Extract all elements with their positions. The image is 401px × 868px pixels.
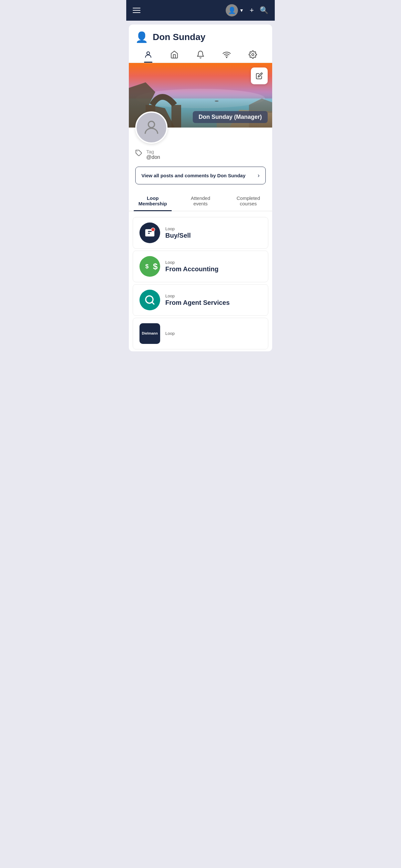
svg-point-12 xyxy=(148,121,154,128)
nav-avatar: 👤 xyxy=(226,4,238,17)
view-all-text: View all posts and comments by Don Sunda… xyxy=(142,173,245,178)
tab-attended-events[interactable]: Attendedevents xyxy=(177,191,224,211)
profile-tabs xyxy=(129,46,272,63)
svg-point-1 xyxy=(226,57,227,58)
chevron-down-icon: ▼ xyxy=(239,8,244,13)
tab-completed-courses[interactable]: Completedcourses xyxy=(224,191,272,211)
chevron-right-icon: › xyxy=(258,172,259,179)
loop-category: Loop xyxy=(165,260,219,265)
main-profile-card: 👤 Don Sunday xyxy=(129,25,272,351)
tab-profile[interactable] xyxy=(144,51,152,63)
hamburger-menu[interactable] xyxy=(133,8,141,13)
section-tabs: LoopMembership Attendedevents Completedc… xyxy=(129,191,272,211)
svg-point-11 xyxy=(215,100,219,102)
tab-settings[interactable] xyxy=(249,51,257,63)
loop-item[interactable]: $ $ Loop From Accounting xyxy=(133,251,268,282)
loop-list: Loop Buy/Sell $ $ Loop From Accounting L… xyxy=(129,213,272,349)
edit-banner-button[interactable] xyxy=(251,67,268,84)
loop-item[interactable]: Loop From Agent Services xyxy=(133,284,268,316)
tab-home[interactable] xyxy=(170,51,179,63)
tag-icon xyxy=(135,150,143,159)
tag-label: Tag xyxy=(146,149,160,154)
loop-icon-dielmann: Dielmann xyxy=(140,323,160,344)
top-navigation: 👤 ▼ + 🔍 xyxy=(126,0,275,21)
loop-name: Buy/Sell xyxy=(165,232,191,239)
profile-person-icon: 👤 xyxy=(135,31,148,43)
svg-point-0 xyxy=(147,52,150,55)
loop-name: From Accounting xyxy=(165,266,219,273)
loop-icon-agent xyxy=(140,290,160,310)
loop-item[interactable]: Dielmann Loop xyxy=(133,318,268,349)
loop-item[interactable]: Loop Buy/Sell xyxy=(133,217,268,249)
svg-line-18 xyxy=(152,302,154,304)
avatar xyxy=(135,112,167,144)
tab-notifications[interactable] xyxy=(196,51,205,63)
tab-loop-membership[interactable]: LoopMembership xyxy=(129,191,177,211)
svg-text:$: $ xyxy=(145,263,149,270)
tag-value: @don xyxy=(146,154,160,160)
user-avatar-nav[interactable]: 👤 ▼ xyxy=(226,4,244,17)
loop-icon-accounting: $ $ xyxy=(140,256,160,277)
tab-feed[interactable] xyxy=(222,51,231,63)
loop-category: Loop xyxy=(165,293,229,299)
loop-category: Loop xyxy=(165,331,175,336)
profile-display-name: Don Sunday xyxy=(153,32,205,42)
add-icon[interactable]: + xyxy=(250,6,254,14)
search-icon[interactable]: 🔍 xyxy=(259,6,268,14)
svg-point-5 xyxy=(136,89,265,108)
svg-point-14 xyxy=(151,228,155,231)
profile-header: 👤 Don Sunday xyxy=(129,25,272,43)
loop-icon-buysell xyxy=(140,222,160,243)
loop-category: Loop xyxy=(165,226,191,231)
svg-point-2 xyxy=(251,54,254,56)
view-all-posts-button[interactable]: View all posts and comments by Don Sunda… xyxy=(135,166,266,184)
tag-section: Tag @don xyxy=(129,146,272,165)
loop-name: From Agent Services xyxy=(165,299,229,306)
avatar-section xyxy=(129,112,272,144)
